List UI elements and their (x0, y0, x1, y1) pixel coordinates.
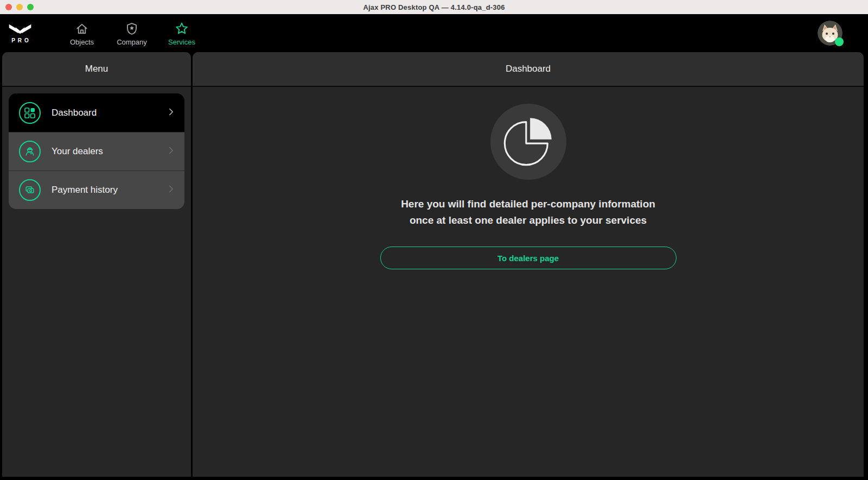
nav-tab-label: Objects (70, 38, 94, 46)
sidebar-header: Menu (2, 52, 191, 87)
empty-state-message-line2: once at least one dealer applies to your… (401, 212, 655, 229)
minimize-window-button[interactable] (16, 4, 23, 10)
shield-star-icon (125, 22, 139, 36)
dashboard-empty-state: Here you will find detailed per-company … (193, 87, 864, 477)
sidebar-menu: Dashboard Your dealers (9, 93, 184, 209)
ajax-pro-logo: PRO (5, 23, 35, 43)
close-window-button[interactable] (5, 4, 12, 10)
zoom-window-button[interactable] (27, 4, 34, 10)
logo-pro-label: PRO (9, 37, 31, 43)
sidebar-item-your-dealers[interactable]: Your dealers (9, 132, 184, 170)
sidebar-item-dashboard[interactable]: Dashboard (9, 93, 184, 132)
dealer-person-icon (19, 141, 41, 162)
payment-cards-icon (19, 179, 41, 201)
online-status-dot (835, 37, 844, 46)
sidebar-panel: Menu Dashboard (2, 52, 191, 477)
nav-tab-label: Services (168, 38, 195, 46)
sidebar-item-label: Your dealers (52, 146, 165, 157)
content-area: Menu Dashboard (0, 52, 868, 477)
sidebar-item-payment-history[interactable]: Payment history (9, 170, 184, 209)
main-header: Dashboard (193, 52, 864, 87)
chevron-right-icon (165, 106, 177, 120)
empty-state-message: Here you will find detailed per-company … (401, 196, 655, 229)
window-title: Ajax PRO Desktop QA — 4.14.0-qa_d-306 (363, 3, 505, 11)
star-icon (175, 22, 189, 36)
traffic-lights (5, 4, 34, 10)
ajax-wings-icon (8, 23, 33, 36)
empty-state-message-line1: Here you will find detailed per-company … (401, 196, 655, 212)
nav-tab-company[interactable]: Company (113, 21, 150, 46)
chevron-right-icon (165, 183, 177, 197)
nav-tab-services[interactable]: Services (163, 21, 200, 46)
chevron-right-icon (165, 144, 177, 159)
home-icon (75, 22, 89, 36)
sidebar-item-label: Payment history (52, 185, 165, 195)
user-avatar[interactable] (818, 21, 843, 46)
top-nav-items: Objects Company Services (63, 21, 200, 46)
sidebar-item-label: Dashboard (52, 108, 165, 118)
dashboard-grid-icon (19, 102, 41, 124)
pie-chart-icon (490, 104, 566, 180)
main-panel: Dashboard Here you will find detailed pe… (193, 52, 864, 477)
sidebar-title: Menu (85, 64, 108, 74)
nav-tab-label: Company (117, 38, 147, 46)
window-titlebar: Ajax PRO Desktop QA — 4.14.0-qa_d-306 (0, 0, 868, 14)
to-dealers-page-button[interactable]: To dealers page (380, 247, 676, 269)
page-title: Dashboard (506, 64, 551, 74)
nav-tab-objects[interactable]: Objects (63, 21, 100, 46)
top-nav-bar: PRO Objects Company Services (0, 14, 868, 52)
